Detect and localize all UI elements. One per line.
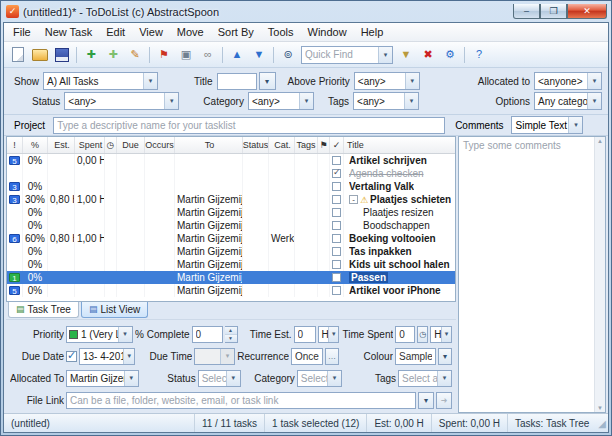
menu-item[interactable]: Tools <box>261 25 301 39</box>
column-header-title[interactable]: Title <box>344 137 455 153</box>
reminder-icon[interactable]: ⚑ <box>153 45 175 65</box>
file-link-browse-button[interactable]: ▾ <box>418 392 434 409</box>
toolbar-separator[interactable] <box>76 47 77 63</box>
allocated-to-filter-combo[interactable]: <anyone> ▾ <box>534 72 602 90</box>
priority-combo[interactable]: 1 (Very Low ▾ <box>66 326 133 343</box>
done-checkbox[interactable] <box>332 247 341 256</box>
column-header-percent[interactable]: % <box>23 137 48 153</box>
move-down-icon[interactable]: ▼ <box>248 45 270 65</box>
tags-combo[interactable]: Select a tag ▾ <box>398 370 452 387</box>
tab-task-tree[interactable]: ▤ Task Tree <box>8 302 79 318</box>
colour-dropdown-button[interactable]: ▾ <box>438 348 452 365</box>
find-tasks-icon[interactable]: ⊚ <box>277 45 299 65</box>
project-name-input[interactable] <box>53 117 445 134</box>
column-header-done-icon[interactable]: ✓ <box>330 137 344 153</box>
title-filter-input[interactable] <box>217 73 257 90</box>
menu-item[interactable]: Move <box>170 25 211 39</box>
task-row[interactable]: 0% Martin Gijzemijter <box>7 219 455 232</box>
chevron-down-icon[interactable]: ▾ <box>124 371 138 386</box>
menu-item[interactable]: View <box>132 25 170 39</box>
menu-item[interactable]: Edit <box>99 25 132 39</box>
chevron-down-icon[interactable]: ▾ <box>378 47 392 63</box>
column-header-status[interactable]: Status <box>243 137 269 153</box>
task-row[interactable]: 0% Martin Gijzemijter <box>7 206 455 219</box>
resize-grip[interactable]: ◢ <box>598 418 608 429</box>
task-row[interactable]: 6 60% 0,80 H 1,00 H Martin Gijzemijter W… <box>7 232 455 245</box>
percent-complete-spinner[interactable]: ▲▼ <box>225 326 238 343</box>
chevron-down-icon[interactable]: ▾ <box>441 327 451 342</box>
toolbar-separator[interactable] <box>222 47 223 63</box>
done-checkbox[interactable] <box>332 221 341 230</box>
done-checkbox[interactable] <box>332 156 341 165</box>
column-header-category[interactable]: Cat. <box>269 137 295 153</box>
chevron-down-icon[interactable]: ▾ <box>118 327 132 342</box>
open-tasklist-icon[interactable] <box>29 45 51 65</box>
edit-task-icon[interactable]: ✎ <box>124 45 146 65</box>
move-up-icon[interactable]: ▲ <box>226 45 248 65</box>
task-row[interactable]: 0% Martin Gijzemijter <box>7 258 455 271</box>
quick-find-input[interactable] <box>302 49 378 60</box>
menu-item[interactable]: New Task <box>38 25 99 39</box>
above-priority-combo[interactable]: <any> ▾ <box>354 72 420 90</box>
done-checkbox[interactable] <box>332 169 341 178</box>
chevron-down-icon[interactable]: ▾ <box>299 93 313 109</box>
due-date-checkbox[interactable] <box>66 351 77 362</box>
task-row[interactable]: 1 0% Martin Gijzemijter <box>7 271 455 284</box>
time-spent-input[interactable] <box>395 326 415 343</box>
done-checkbox[interactable] <box>332 195 341 204</box>
new-task-icon[interactable]: ✚ <box>80 45 102 65</box>
comments-editor[interactable]: Type some comments <box>459 137 594 412</box>
comments-format-combo[interactable]: Simple Text ▾ <box>511 116 583 134</box>
done-checkbox[interactable] <box>332 286 341 295</box>
category-combo[interactable]: Select a categ ▾ <box>297 370 342 387</box>
status-filter-combo[interactable]: <any> ▾ <box>64 92 179 110</box>
category-filter-combo[interactable]: <any> ▾ <box>248 92 314 110</box>
column-header-occurs[interactable]: Occurs <box>145 137 175 153</box>
clear-filter-icon[interactable]: ✖ <box>417 45 439 65</box>
tab-list-view[interactable]: ▤ List View <box>81 302 148 318</box>
done-checkbox[interactable] <box>332 260 341 269</box>
task-row[interactable]: 3 30% 0,80 H 1,00 H Martin Gijzemijter <box>7 193 455 206</box>
save-tasklist-icon[interactable] <box>51 45 73 65</box>
filter-icon[interactable]: ▼ <box>395 45 417 65</box>
link-icon[interactable]: ∞ <box>197 45 219 65</box>
preferences-icon[interactable]: ⚙ <box>439 45 461 65</box>
done-checkbox[interactable] <box>332 234 341 243</box>
column-header-est[interactable]: Est. <box>48 137 75 153</box>
chevron-down-icon[interactable]: ▾ <box>404 93 418 109</box>
chevron-down-icon[interactable]: ▾ <box>587 73 601 89</box>
chevron-down-icon[interactable]: ▾ <box>328 327 338 342</box>
task-row[interactable]: 5 0% Martin Gijzemijter <box>7 284 455 297</box>
file-link-input[interactable] <box>66 392 416 409</box>
help-icon[interactable]: ? <box>468 45 490 65</box>
new-tasklist-icon[interactable] <box>7 45 29 65</box>
minimize-button[interactable]: – <box>513 4 540 19</box>
time-est-input[interactable] <box>294 326 316 343</box>
tags-filter-combo[interactable]: <any> ▾ <box>353 92 419 110</box>
column-header-time-icon[interactable]: ◷ <box>105 137 117 153</box>
scroll-down-icon[interactable]: ▼ <box>597 405 603 411</box>
chevron-down-icon[interactable]: ▾ <box>327 371 341 386</box>
close-button[interactable]: ✕ <box>567 4 607 19</box>
options-filter-combo[interactable]: Any category c... ▾ <box>534 92 602 110</box>
chevron-down-icon[interactable]: ▾ <box>123 349 134 364</box>
show-filter-combo[interactable]: A) All Tasks ▾ <box>43 72 158 90</box>
column-header-priority[interactable]: ! <box>7 137 23 153</box>
clock-icon[interactable]: ◷ <box>417 326 428 343</box>
time-spent-unit-combo[interactable]: H ▾ <box>430 326 452 343</box>
menu-item[interactable]: Sort By <box>211 25 261 39</box>
comments-scrollbar[interactable]: ▲ ▼ <box>594 137 605 412</box>
due-date-picker[interactable]: 13- 4-2012 ▾ <box>79 348 135 365</box>
menu-item[interactable]: Help <box>354 25 391 39</box>
chevron-down-icon[interactable]: ▾ <box>143 73 157 89</box>
time-est-unit-combo[interactable]: H ▾ <box>318 326 340 343</box>
done-checkbox[interactable] <box>332 273 341 282</box>
chevron-down-icon[interactable]: ▾ <box>164 93 178 109</box>
maximize-button[interactable]: ❒ <box>540 4 567 19</box>
toolbar-separator[interactable] <box>464 47 465 63</box>
percent-complete-input[interactable] <box>192 326 223 343</box>
recurrence-input[interactable] <box>291 348 323 365</box>
chevron-down-icon[interactable]: ▾ <box>437 371 451 386</box>
column-header-flag-icon[interactable]: ⚑ <box>318 137 330 153</box>
title-filter-options-button[interactable]: ▾ <box>259 72 276 90</box>
